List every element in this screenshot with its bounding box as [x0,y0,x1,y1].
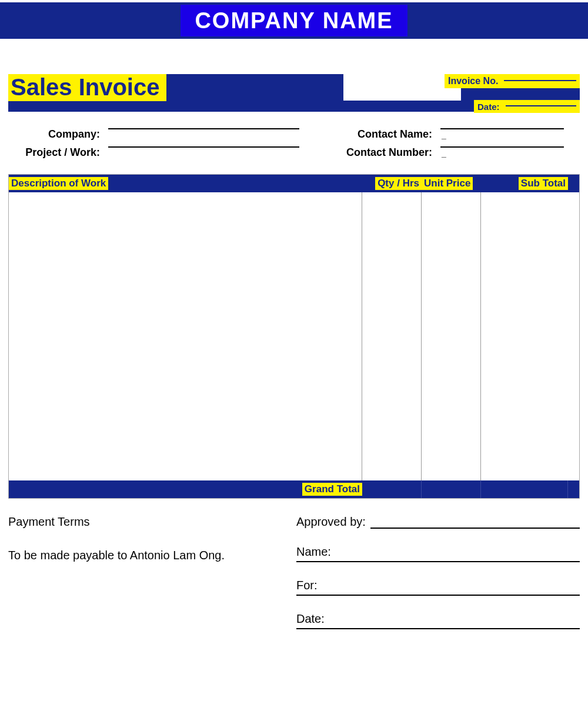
payment-terms-title: Payment Terms [8,515,285,529]
invoice-title-area: Sales Invoice Invoice No. Date: [8,74,580,112]
approved-by-row: Approved by: [296,515,580,529]
contact-number-input[interactable] [440,146,564,148]
company-name-text: COMPANY NAME [195,8,393,34]
line-items-body[interactable] [9,192,579,480]
approved-by-input[interactable] [370,528,580,529]
company-label: Company: [8,128,108,141]
for-input[interactable] [296,595,580,596]
contact-name-dash: _ [442,131,564,140]
footer-section: Payment Terms To be made payable to Anto… [8,515,580,629]
invoice-no-field: Invoice No. [445,74,580,88]
sales-invoice-title: Sales Invoice [8,74,166,101]
name-input[interactable] [296,561,580,562]
invoice-no-input[interactable] [504,80,576,81]
for-row: For: [296,579,580,596]
invoice-date-field: Date: [474,100,580,113]
contact-number-label: Contact Number: [343,146,440,159]
payment-terms-body: To be made payable to Antonio Lam Ong. [8,549,285,562]
footer-date-input[interactable] [296,628,580,629]
title-bar-gap [343,74,461,101]
for-label: For: [296,579,580,592]
col-unit-body[interactable] [422,192,481,480]
project-label: Project / Work: [8,146,108,159]
invoice-date-label: Date: [477,102,500,112]
footer-date-row: Date: [296,612,580,629]
approved-by-label: Approved by: [296,515,370,529]
line-items-header: Description of Work Qty / Hrs Unit Price… [9,175,579,192]
company-name-box: COMPANY NAME [181,5,407,36]
approval-block: Approved by: Name: For: Date: [296,515,580,629]
footer-date-label: Date: [296,612,580,626]
invoice-no-label: Invoice No. [448,76,498,86]
grand-total-qty-cell [362,480,422,498]
row-company-contactname: Company: Contact Name: _ [8,128,580,141]
contact-name-label: Contact Name: [343,128,440,141]
line-items-footer: Grand Total [9,480,579,498]
header-qty: Qty / Hrs [375,177,422,190]
grand-total-label: Grand Total [302,483,362,496]
col-qty-body[interactable] [362,192,422,480]
header-description: Description of Work [9,177,108,190]
header-sub-total: Sub Total [519,177,568,190]
col-sub-body[interactable] [481,192,568,480]
name-label: Name: [296,545,580,559]
company-contact-fields: Company: Contact Name: _ Project / Work:… [8,128,580,159]
header-unit-price: Unit Price [422,177,473,190]
invoice-date-input[interactable] [506,105,576,106]
contact-number-dash: _ [442,149,564,158]
payment-terms-block: Payment Terms To be made payable to Anto… [8,515,296,629]
project-input[interactable] [108,146,299,148]
company-input[interactable] [108,128,299,129]
row-project-contactnumber: Project / Work: Contact Number: _ [8,146,580,159]
grand-total-unit-cell [422,480,481,498]
col-description-body[interactable] [9,192,362,480]
line-items-table: Description of Work Qty / Hrs Unit Price… [8,174,580,499]
contact-name-input[interactable] [440,128,564,129]
grand-total-value-cell [481,480,568,498]
name-row: Name: [296,545,580,562]
header-banner: COMPANY NAME [0,2,588,39]
